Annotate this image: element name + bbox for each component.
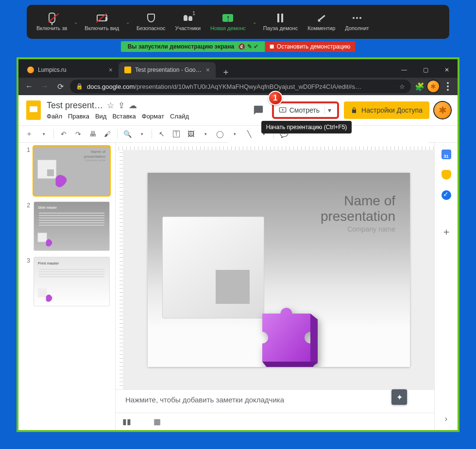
- share-button[interactable]: Настройки Доступа: [344, 101, 429, 119]
- print-button[interactable]: 🖶: [86, 127, 100, 141]
- image-button[interactable]: 🖼: [184, 127, 198, 141]
- zoom-pause-label: Пауза демонс: [263, 25, 298, 31]
- nav-back-button[interactable]: ←: [23, 81, 35, 92]
- canvas-scroll[interactable]: Name of presentation Company name: [116, 150, 434, 389]
- favicon-slides-icon: [124, 67, 131, 73]
- thumb-number: 1: [24, 147, 30, 195]
- redo-button[interactable]: ↷: [71, 127, 85, 141]
- shape-dropdown-icon[interactable]: ▾: [228, 127, 241, 141]
- view-switcher-bar: ▮▮ ▦: [116, 413, 434, 430]
- zoom-share-chevron-icon[interactable]: ⌄: [251, 19, 258, 25]
- menu-file[interactable]: Файл: [47, 113, 62, 120]
- url-field[interactable]: 🔒 docs.google.com/presentation/d/10whTU0…: [70, 80, 411, 93]
- slide-canvas[interactable]: Name of presentation Company name: [148, 173, 410, 367]
- editor-main: 1 Name ofpresentation Company name: [18, 143, 458, 430]
- title-row: Test present… ☆ ⇪ ☁: [47, 100, 189, 111]
- textbox-button[interactable]: 🅃: [170, 127, 183, 141]
- menu-insert[interactable]: Вставка: [112, 113, 136, 120]
- svg-rect-1: [30, 106, 37, 112]
- bookmark-star-icon[interactable]: ☆: [399, 83, 405, 90]
- slide-subtitle: Company name: [347, 225, 395, 233]
- zoom-video-label: Включить вид: [85, 25, 119, 31]
- stop-share-button[interactable]: Остановить демонстрацию: [265, 41, 355, 52]
- zoom-unmute-button[interactable]: Включить зв: [32, 13, 72, 31]
- tab-close-icon[interactable]: ×: [109, 66, 113, 74]
- grid-view-icon[interactable]: ▦: [153, 417, 161, 426]
- menu-slide[interactable]: Слайд: [170, 113, 189, 120]
- menu-edit[interactable]: Правка: [68, 113, 89, 120]
- filmstrip-view-icon[interactable]: ▮▮: [122, 417, 131, 426]
- cloud-saved-icon: ☁: [129, 100, 137, 111]
- thumb-row: 1 Name ofpresentation Company name: [24, 147, 109, 195]
- zoom-annotate-button[interactable]: Комментир: [303, 13, 340, 31]
- slide-puzzle-graphic: [162, 216, 298, 352]
- sharing-status-icons: 🔇 ✎ ✔: [238, 43, 258, 50]
- canvas-area: Name of presentation Company name: [116, 143, 434, 430]
- image-dropdown-icon[interactable]: ▾: [199, 127, 212, 141]
- window-close-button[interactable]: ✕: [436, 62, 458, 78]
- extensions-icon[interactable]: 🧩: [415, 82, 424, 91]
- select-tool-button[interactable]: ↖: [155, 127, 169, 141]
- slide-thumb-3[interactable]: Print master: [34, 257, 109, 306]
- present-dropdown-icon[interactable]: ▾: [324, 106, 334, 114]
- zoom-mic-chevron-icon[interactable]: ⌄: [72, 19, 80, 25]
- profile-avatar-icon[interactable]: [427, 81, 439, 92]
- thumb-row: 2 Slide master: [24, 202, 109, 250]
- horizontal-ruler: [116, 143, 434, 150]
- paint-format-button[interactable]: 🖌: [101, 127, 114, 141]
- side-panel-collapse-icon[interactable]: ›: [445, 415, 447, 423]
- zoom-pause-share-button[interactable]: Пауза демонс: [258, 13, 303, 31]
- account-avatar-icon[interactable]: [434, 102, 451, 118]
- menu-view[interactable]: Вид: [95, 113, 107, 120]
- line-button[interactable]: ╲: [242, 127, 256, 141]
- zoom-tool-button[interactable]: 🔍: [120, 127, 134, 141]
- pencil-icon: [318, 15, 325, 21]
- tab-title: Test presentation - Google Презе: [135, 67, 202, 73]
- google-slides-logo-icon[interactable]: [25, 100, 42, 121]
- favicon-icon: [27, 67, 34, 73]
- browser-tab-strip: Lumpics.ru × Test presentation - Google …: [18, 59, 458, 78]
- tasks-icon[interactable]: [442, 190, 451, 200]
- url-text: docs.google.com/presentation/d/10whTU0rJ…: [87, 83, 395, 90]
- browser-menu-button[interactable]: [443, 82, 453, 91]
- star-document-icon[interactable]: ☆: [107, 100, 114, 111]
- zoom-more-button[interactable]: Дополнит: [340, 13, 374, 31]
- shape-button[interactable]: ◯: [213, 127, 227, 141]
- zoom-participants-button[interactable]: 1 Участники: [170, 13, 206, 31]
- zoom-video-chevron-icon[interactable]: ⌄: [124, 19, 132, 25]
- calendar-icon[interactable]: [442, 150, 451, 159]
- zoom-tool-dropdown-icon[interactable]: ▾: [135, 127, 149, 141]
- move-document-icon[interactable]: ⇪: [118, 100, 125, 111]
- menu-format[interactable]: Формат: [142, 113, 164, 120]
- pause-icon: [277, 14, 283, 22]
- new-slide-button[interactable]: ＋: [22, 127, 36, 141]
- lock-icon: [351, 107, 357, 114]
- share-screen-icon: ↑: [222, 14, 233, 22]
- document-title[interactable]: Test present…: [47, 100, 103, 111]
- people-icon: [184, 15, 192, 21]
- slide-thumb-1[interactable]: Name ofpresentation Company name: [34, 147, 109, 195]
- present-tooltip: Начать презентацию (Ctrl+F5): [261, 121, 352, 133]
- tab-close-icon[interactable]: ×: [206, 66, 210, 74]
- window-minimize-button[interactable]: —: [393, 62, 415, 78]
- comments-button[interactable]: [250, 101, 267, 119]
- thumb-title: Name ofpresentation Company name: [84, 150, 105, 162]
- window-maximize-button[interactable]: ▢: [415, 62, 436, 78]
- browser-tab-slides[interactable]: Test presentation - Google Презе ×: [119, 62, 216, 78]
- speaker-notes-field[interactable]: Нажмите, чтобы добавить заметки докладчи…: [116, 389, 434, 413]
- new-tab-button[interactable]: ＋: [216, 66, 236, 78]
- zoom-start-video-button[interactable]: Включить вид: [80, 13, 124, 31]
- undo-button[interactable]: ↶: [57, 127, 70, 141]
- nav-forward-button[interactable]: →: [39, 81, 51, 92]
- new-slide-dropdown-icon[interactable]: ▾: [37, 127, 51, 141]
- slide-thumb-2[interactable]: Slide master: [34, 202, 109, 250]
- explore-button[interactable]: ✦: [391, 389, 407, 405]
- present-button[interactable]: Смотреть ▾: [272, 101, 339, 119]
- nav-reload-button[interactable]: ⟳: [54, 81, 66, 92]
- addons-plus-icon[interactable]: ＋: [441, 225, 452, 236]
- zoom-security-button[interactable]: Безопаснос: [132, 13, 170, 31]
- zoom-security-label: Безопаснос: [136, 25, 165, 31]
- browser-tab-lumpics[interactable]: Lumpics.ru ×: [21, 62, 119, 78]
- zoom-new-share-button[interactable]: ↑ Новая демонс: [205, 13, 251, 31]
- keep-icon[interactable]: [442, 170, 451, 180]
